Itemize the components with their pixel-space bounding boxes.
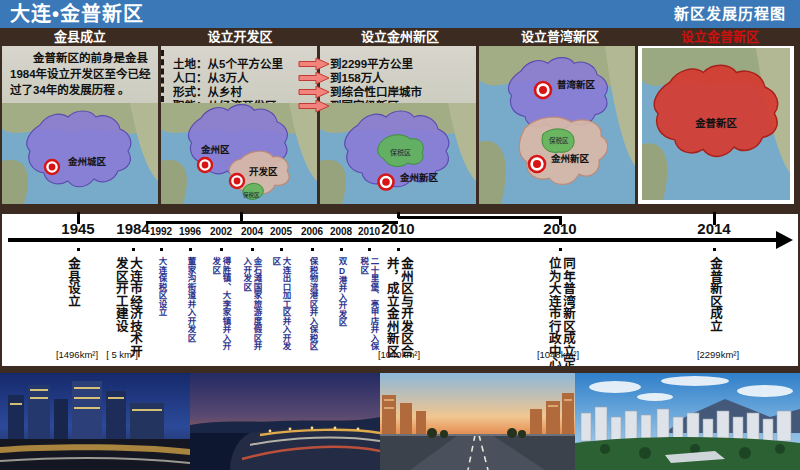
event-2006: 保税物流港区并入保税区	[306, 257, 318, 353]
map-label-jinzhou-city: 金州城区	[67, 156, 107, 167]
year-label: 1996	[179, 226, 201, 237]
page-subtitle: 新区发展历程图	[674, 0, 786, 28]
photo-strip	[0, 373, 800, 470]
intro-note-text: 金普新区的前身是金县1984年设立开发区至今已经过了34年的发展历程 。	[2, 46, 158, 98]
fact-form: 形式：从乡村	[173, 83, 242, 97]
event-2010-baoshui: 二十里堡、亮甲店并入保税区	[359, 257, 379, 353]
event-2005: 大连出口加工区并入开发区	[271, 257, 291, 353]
photo-night-skyline	[0, 373, 190, 470]
timeline-dot	[559, 248, 562, 251]
connector-bracket	[146, 221, 398, 224]
year-label: 2014	[697, 220, 730, 237]
timeline-dot	[77, 248, 80, 251]
timeline-dot	[368, 248, 371, 251]
map-puwan-new-area: 普湾新区 保税区 金州新区	[479, 46, 635, 204]
fact-to-land: 到2299平方公里	[330, 55, 413, 69]
area-label-1048: [1048km²]	[537, 349, 579, 360]
map-jinzhou-city: 金州城区	[2, 103, 158, 204]
transition-arrows	[297, 46, 333, 126]
top-bar: 大连•金普新区 新区发展历程图	[0, 0, 800, 28]
event-2002: 得胜镇、大李家镇并入开发区	[211, 257, 231, 353]
panel-kaifaqu: 土地：从5个平方公里 人口：从3万人 形式：从乡村 职能：从经济开发区 金州区 …	[161, 46, 317, 204]
infographic-slide: 大连•金普新区 新区发展历程图 金县成立 设立开发区 设立金州新区 设立普湾新区…	[0, 0, 800, 470]
photo-coastal-dusk	[190, 373, 380, 470]
year-label: 1992	[150, 226, 172, 237]
year-label: 2008	[330, 226, 352, 237]
map-label-jinzhou: 金州区	[200, 144, 230, 155]
right-arrow-icon	[297, 85, 331, 99]
year-label: 2002	[210, 226, 232, 237]
map-label-baoshui: 保税区	[549, 136, 569, 145]
column-header-jinxian: 金县成立	[0, 28, 160, 46]
fact-land: 土地：从5个平方公里	[173, 55, 283, 69]
column-header-jinpu: 设立金普新区	[640, 28, 800, 46]
event-1996: 董家沟街道并入开发区	[184, 257, 196, 353]
separator-band	[0, 366, 800, 373]
timeline-dot	[340, 248, 343, 251]
right-arrow-icon	[297, 99, 331, 113]
map-jinzhou-new-area: 保税区 金州新区	[320, 103, 476, 204]
area-label-1040: [1040km²]	[378, 349, 420, 360]
year-label: 2010	[543, 220, 576, 237]
year-label: 2010	[358, 226, 380, 237]
event-1984: 大连市经济技术开发区开工建设	[112, 257, 142, 359]
timeline-axis	[8, 238, 778, 242]
map-kaifaqu: 金州区 开发区 保税区	[161, 103, 317, 204]
fact-population: 人口：从3万人	[173, 69, 248, 83]
separator-band	[0, 204, 800, 214]
panel-puwan: 普湾新区 保税区 金州新区	[479, 46, 635, 204]
event-2014: 金普新区成立	[706, 257, 722, 359]
fact-to-population: 到158万人	[330, 69, 384, 83]
year-label: 1945	[61, 220, 94, 237]
timeline-dot	[713, 248, 716, 251]
event-2008: 双D港并入开发区	[335, 257, 347, 353]
map-label-baoshui: 保税区	[390, 148, 411, 157]
connector-tick	[240, 212, 243, 222]
timeline-dot	[251, 248, 254, 251]
timeline-dot	[220, 248, 223, 251]
right-arrow-icon	[297, 57, 331, 71]
connector-tick	[397, 212, 400, 218]
event-2004: 金石滩国家旅游度假区并入开发区	[242, 257, 262, 353]
year-label: 2006	[301, 226, 323, 237]
panel-jinxian: 金普新区的前身是金县1984年设立开发区至今已经过了34年的发展历程 。 金州城…	[2, 46, 158, 204]
right-arrow-icon	[297, 71, 331, 85]
map-label-jinpu: 金普新区	[694, 117, 737, 129]
timeline-dot	[132, 248, 135, 251]
intro-note-box: 金普新区的前身是金县1984年设立开发区至今已经过了34年的发展历程 。	[2, 46, 158, 103]
event-2010-jinzhou: 金州区与开发区合并，成立金州新区	[383, 257, 413, 359]
photo-daytime-city	[575, 373, 800, 470]
dashed-divider	[161, 50, 164, 102]
timeline-dot	[397, 248, 400, 251]
map-label-baoshui: 保税区	[243, 191, 260, 199]
map-label-jinzhou-new: 金州新区	[399, 172, 439, 183]
fact-to-form: 到综合性口岸城市	[330, 83, 422, 97]
year-label: 2004	[241, 226, 263, 237]
column-header-jinzhou: 设立金州新区	[320, 28, 480, 46]
photo-sunset-avenue	[380, 373, 575, 470]
timeline-dot	[160, 248, 163, 251]
timeline-dot	[189, 248, 192, 251]
connector-bracket	[398, 216, 561, 219]
column-header-row: 金县成立 设立开发区 设立金州新区 设立普湾新区 设立金普新区	[0, 28, 800, 46]
column-header-kaifaqu: 设立开发区	[160, 28, 320, 46]
facts-from-box: 土地：从5个平方公里 人口：从3万人 形式：从乡村 职能：从经济开发区	[161, 46, 317, 103]
event-1945: 金县设立	[64, 257, 80, 359]
map-label-kaifaqu: 开发区	[249, 166, 278, 177]
timeline-dot	[311, 248, 314, 251]
facts-to-box: 到2299平方公里 到158万人 到综合性口岸城市 到国家级新区	[320, 46, 476, 103]
page-title: 大连•金普新区	[10, 0, 144, 28]
timeline-dot	[280, 248, 283, 251]
map-label-jinzhou-new: 金州新区	[550, 153, 590, 164]
area-label-1496: [1496km²]	[56, 349, 98, 360]
panel-jinzhou-new: 到2299平方公里 到158万人 到综合性口岸城市 到国家级新区 保税区 金州新…	[320, 46, 476, 204]
year-label: 2010	[381, 220, 414, 237]
area-label-5: [ 5 km²]	[106, 349, 138, 360]
timeline-arrowhead-icon	[776, 231, 793, 249]
map-jinpu-new-area: 金普新区	[642, 48, 790, 200]
map-label-puwan: 普湾新区	[557, 79, 596, 90]
area-label-2299: [2299km²]	[697, 349, 739, 360]
event-1992: 大连保税区设立	[155, 257, 167, 353]
column-header-puwan: 设立普湾新区	[480, 28, 640, 46]
year-label: 1984	[116, 220, 149, 237]
